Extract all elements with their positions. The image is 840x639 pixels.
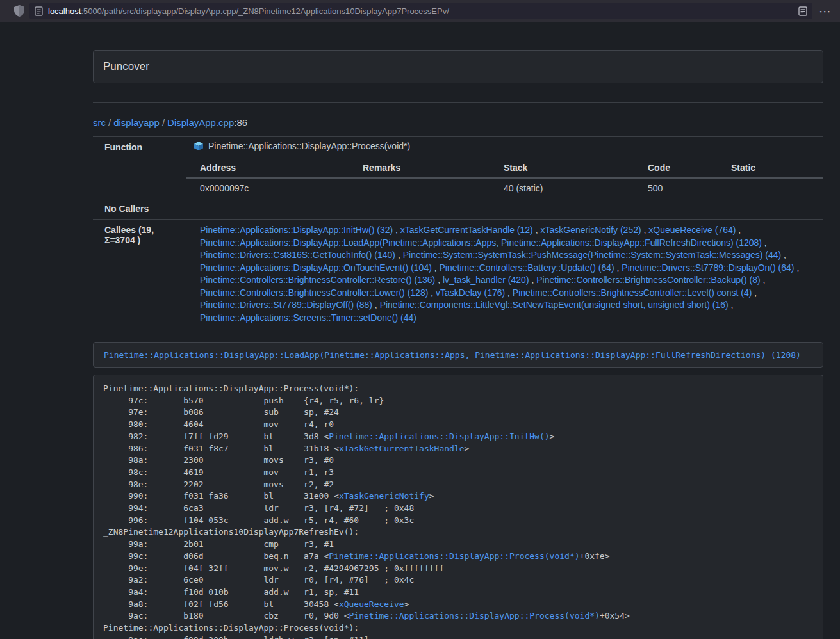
callee-link[interactable]: Pinetime::Applications::DisplayApp::Load… — [200, 238, 762, 248]
no-callers-row: No Callers — [93, 198, 823, 220]
breadcrumb-separator: / — [160, 117, 167, 128]
callee-link[interactable]: Pinetime::System::SystemTask::PushMessag… — [403, 250, 782, 260]
callee-separator: , — [641, 225, 649, 235]
details-row: Address Remarks Stack Code Static 0x0000… — [93, 158, 823, 198]
callee-separator: , — [762, 238, 767, 248]
breadcrumb-link-file[interactable]: DisplayApp.cpp — [167, 117, 234, 128]
disassembly-symbol-link[interactable]: xQueueReceive — [339, 599, 404, 609]
detail-value-static — [722, 178, 823, 198]
no-callers-cell — [186, 198, 823, 220]
function-row: Function Pinetime::Applications::Display… — [93, 137, 823, 158]
breadcrumb: src/displayapp/DisplayApp.cpp:86 — [93, 117, 823, 128]
callee-separator: , — [795, 263, 800, 273]
callee-link[interactable]: xQueueReceive (764) — [648, 225, 736, 235]
row-label-empty — [93, 158, 186, 198]
callee-separator: , — [614, 263, 622, 273]
row-label-callees: Callees (19, Σ=3704 ) — [93, 220, 186, 330]
callees-row: Callees (19, Σ=3704 ) Pinetime::Applicat… — [93, 220, 823, 330]
callee-link[interactable]: Pinetime::Drivers::Cst816S::GetTouchInfo… — [200, 250, 395, 260]
callee-separator: , — [428, 287, 436, 298]
function-icon — [194, 141, 204, 151]
title-panel: Puncover — [93, 50, 823, 83]
callee-separator: , — [529, 275, 537, 285]
callee-separator: , — [761, 275, 766, 285]
page-title: Puncover — [103, 60, 149, 73]
callee-separator: , — [435, 275, 443, 285]
breadcrumb-link-src[interactable]: src — [93, 117, 106, 128]
breadcrumb-separator: / — [106, 117, 113, 128]
callee-separator: , — [505, 287, 513, 298]
site-info-icon[interactable] — [35, 6, 43, 16]
callee-link[interactable]: Pinetime::Controllers::Battery::Update()… — [440, 263, 614, 273]
callee-link[interactable]: Pinetime::Controllers::BrightnessControl… — [200, 275, 435, 285]
callee-separator: , — [432, 263, 440, 273]
callee-link[interactable]: xTaskGenericNotify (252) — [540, 225, 641, 235]
callee-separator: , — [533, 225, 541, 235]
callee-separator: , — [781, 250, 786, 260]
url-path: :5000/path/src/displayapp/DisplayApp.cpp… — [81, 6, 449, 16]
callee-link[interactable]: Pinetime::Applications::Screens::Timer::… — [200, 312, 416, 323]
callee-separator: , — [395, 250, 403, 260]
callee-link[interactable]: Pinetime::Controllers::BrightnessControl… — [200, 287, 428, 298]
content-container: Puncover src/displayapp/DisplayApp.cpp:8… — [83, 50, 833, 639]
detail-header-stack: Stack — [495, 158, 639, 178]
function-name: Pinetime::Applications::DisplayApp::Proc… — [208, 141, 410, 151]
breadcrumb-link-displayapp[interactable]: displayapp — [113, 117, 160, 128]
disassembly-symbol-link[interactable]: xTaskGetCurrentTaskHandle — [339, 444, 465, 453]
url-host: localhost — [48, 6, 81, 16]
callees-list: Pinetime::Applications::DisplayApp::Init… — [186, 220, 823, 330]
callee-link[interactable]: Pinetime::Drivers::St7789::DisplayOn() (… — [622, 263, 794, 273]
detail-value-remarks — [354, 178, 495, 198]
url-field[interactable]: localhost:5000/path/src/displayapp/Displ… — [29, 3, 812, 19]
url-text: localhost:5000/path/src/displayapp/Displ… — [48, 6, 793, 16]
callee-link[interactable]: Pinetime::Components::LittleVgl::SetNewT… — [380, 300, 729, 310]
callee-link[interactable]: Pinetime::Drivers::St7789::DisplayOff() … — [200, 300, 372, 310]
detail-value-stack: 40 (static) — [495, 178, 639, 198]
details-table: Address Remarks Stack Code Static 0x0000… — [186, 158, 823, 198]
callee-separator: , — [729, 300, 734, 310]
menu-icon[interactable]: ⋯ — [819, 5, 831, 17]
detail-header-code: Code — [639, 158, 722, 178]
shield-icon[interactable] — [14, 5, 24, 17]
breadcrumb-line-number: :86 — [234, 117, 247, 128]
symbol-banner-link[interactable]: Pinetime::Applications::DisplayApp::Load… — [104, 350, 801, 360]
detail-header-static: Static — [722, 158, 823, 178]
callee-separator: , — [372, 300, 380, 310]
row-label-no-callers: No Callers — [93, 198, 186, 220]
callee-link[interactable]: lv_task_handler (420) — [443, 275, 529, 285]
callee-link[interactable]: vTaskDelay (176) — [436, 287, 505, 298]
detail-value-address: 0x0000097c — [186, 178, 354, 198]
browser-bar: localhost:5000/path/src/displayapp/Displ… — [0, 0, 840, 22]
callee-separator: , — [736, 225, 741, 235]
detail-header-address: Address — [186, 158, 354, 178]
disassembly-symbol-link[interactable]: xTaskGenericNotify — [339, 491, 429, 501]
disassembly-symbol-link[interactable]: Pinetime::Applications::DisplayApp::Init… — [329, 432, 549, 441]
disassembly-symbol-link[interactable]: Pinetime::Applications::DisplayApp::Proc… — [329, 551, 579, 561]
callee-link[interactable]: Pinetime::Applications::DisplayApp::OnTo… — [200, 263, 432, 273]
detail-header-remarks: Remarks — [354, 158, 495, 178]
disassembly-code: Pinetime::Applications::DisplayApp::Proc… — [93, 375, 823, 639]
callee-link[interactable]: Pinetime::Controllers::BrightnessControl… — [536, 275, 760, 285]
function-table: Function Pinetime::Applications::Display… — [93, 136, 823, 330]
detail-value-code: 500 — [639, 178, 722, 198]
callee-separator: , — [393, 225, 400, 235]
callee-link[interactable]: Pinetime::Controllers::BrightnessControl… — [513, 287, 752, 298]
divider — [93, 102, 823, 103]
callee-separator: , — [752, 287, 757, 298]
reader-mode-icon[interactable] — [798, 6, 807, 16]
callee-link[interactable]: xTaskGetCurrentTaskHandle (12) — [400, 225, 533, 235]
callee-link[interactable]: Pinetime::Applications::DisplayApp::Init… — [200, 225, 393, 235]
symbol-banner: Pinetime::Applications::DisplayApp::Load… — [93, 342, 823, 368]
row-label-function: Function — [93, 137, 186, 158]
disassembly-symbol-link[interactable]: Pinetime::Applications::DisplayApp::Proc… — [349, 611, 600, 620]
